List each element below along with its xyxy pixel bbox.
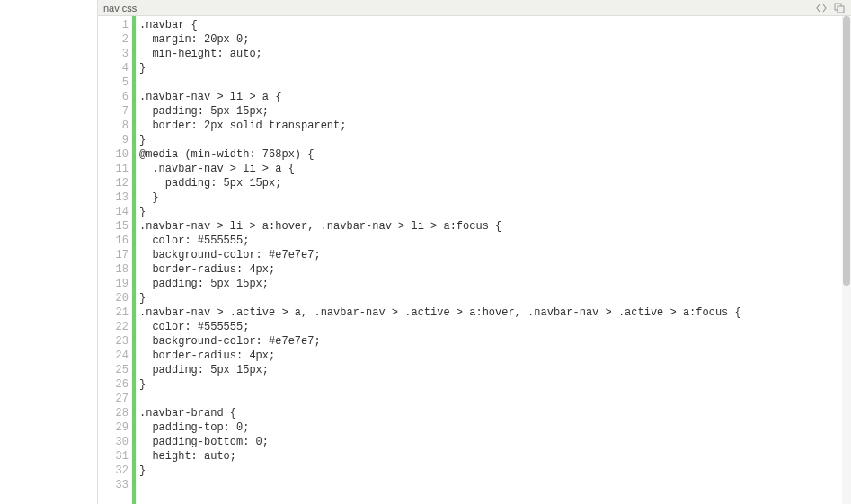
code-line[interactable]: border-radius: 4px; <box>139 262 851 277</box>
line-number: 25 <box>98 363 129 377</box>
line-number: 3 <box>98 47 129 61</box>
code-line[interactable]: .navbar-nav > li > a:hover, .navbar-nav … <box>139 219 851 234</box>
line-number: 32 <box>98 464 129 478</box>
scrollbar-thumb[interactable] <box>843 16 850 286</box>
code-line[interactable]: @media (min-width: 768px) { <box>139 147 851 162</box>
code-line[interactable]: padding-bottom: 0; <box>139 435 851 449</box>
code-line[interactable]: background-color: #e7e7e7; <box>139 334 851 349</box>
line-number: 10 <box>98 147 129 162</box>
editor-panel: nav css 12345678910111213141516171819202… <box>97 0 851 504</box>
code-line[interactable]: .navbar-nav > .active > a, .navbar-nav >… <box>139 305 851 320</box>
code-line[interactable]: padding: 5px 15px; <box>139 363 851 377</box>
line-number: 13 <box>98 190 129 205</box>
line-number: 17 <box>98 248 129 262</box>
header-icons <box>815 2 846 14</box>
code-icon[interactable] <box>815 2 828 14</box>
code-line[interactable] <box>139 478 851 492</box>
line-number: 30 <box>98 435 129 449</box>
code-line[interactable]: padding-top: 0; <box>139 420 851 435</box>
code-line[interactable]: } <box>139 291 851 305</box>
line-number: 12 <box>98 176 129 190</box>
line-number: 18 <box>98 262 129 277</box>
code-line[interactable]: height: auto; <box>139 449 851 464</box>
line-number-gutter: 1234567891011121314151617181920212223242… <box>98 16 132 504</box>
line-number: 19 <box>98 277 129 291</box>
code-area[interactable]: .navbar { margin: 20px 0; min-height: au… <box>136 16 851 504</box>
line-number: 33 <box>98 478 129 492</box>
line-number: 31 <box>98 449 129 464</box>
code-line[interactable]: border: 2px solid transparent; <box>139 119 851 133</box>
code-line[interactable]: } <box>139 464 851 478</box>
line-number: 15 <box>98 219 129 234</box>
code-line[interactable]: margin: 20px 0; <box>139 32 851 47</box>
svg-rect-1 <box>838 6 844 13</box>
line-number: 9 <box>98 133 129 147</box>
line-number: 1 <box>98 18 129 32</box>
code-line[interactable]: padding: 5px 15px; <box>139 176 851 190</box>
code-line[interactable]: } <box>139 377 851 392</box>
code-line[interactable]: .navbar-nav > li > a { <box>139 162 851 176</box>
line-number: 28 <box>98 406 129 420</box>
line-number: 2 <box>98 32 129 47</box>
line-number: 24 <box>98 349 129 363</box>
code-line[interactable]: padding: 5px 15px; <box>139 277 851 291</box>
code-line[interactable]: } <box>139 190 851 205</box>
code-line[interactable] <box>139 392 851 406</box>
code-line[interactable]: } <box>139 205 851 219</box>
line-number: 22 <box>98 320 129 334</box>
code-line[interactable]: border-radius: 4px; <box>139 349 851 363</box>
code-line[interactable]: color: #555555; <box>139 320 851 334</box>
line-number: 23 <box>98 334 129 349</box>
code-line[interactable]: color: #555555; <box>139 234 851 248</box>
code-line[interactable]: .navbar { <box>139 18 851 32</box>
line-number: 11 <box>98 162 129 176</box>
line-number: 7 <box>98 104 129 119</box>
code-line[interactable]: } <box>139 133 851 147</box>
editor-title: nav css <box>103 3 815 13</box>
code-line[interactable]: .navbar-brand { <box>139 406 851 420</box>
editor-header: nav css <box>98 0 851 16</box>
line-number: 8 <box>98 119 129 133</box>
line-number: 27 <box>98 392 129 406</box>
code-line[interactable]: } <box>139 61 851 75</box>
vertical-scrollbar[interactable] <box>842 16 851 504</box>
code-line[interactable]: min-height: auto; <box>139 47 851 61</box>
code-line[interactable]: .navbar-nav > li > a { <box>139 90 851 104</box>
line-number: 6 <box>98 90 129 104</box>
line-number: 5 <box>98 75 129 90</box>
code-line[interactable]: background-color: #e7e7e7; <box>139 248 851 262</box>
editor-body: 1234567891011121314151617181920212223242… <box>98 16 851 504</box>
line-number: 14 <box>98 205 129 219</box>
copy-icon[interactable] <box>833 2 846 14</box>
line-number: 29 <box>98 420 129 435</box>
line-number: 16 <box>98 234 129 248</box>
line-number: 26 <box>98 377 129 392</box>
line-number: 20 <box>98 291 129 305</box>
code-line[interactable]: padding: 5px 15px; <box>139 104 851 119</box>
line-number: 21 <box>98 305 129 320</box>
code-line[interactable] <box>139 75 851 90</box>
line-number: 4 <box>98 61 129 75</box>
